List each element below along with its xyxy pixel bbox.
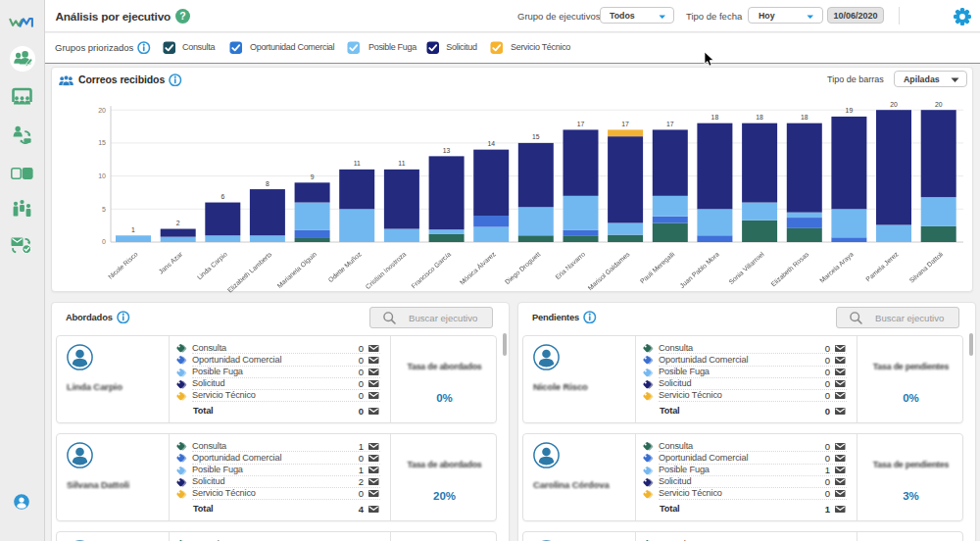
svg-text:17: 17 [666,121,674,127]
svg-text:11: 11 [398,160,405,167]
svg-text:15: 15 [532,133,540,140]
svg-text:17: 17 [621,121,629,127]
svg-text:19: 19 [846,107,854,114]
svg-text:Juan Pablo Mora: Juan Pablo Mora [678,250,720,289]
svg-text:11: 11 [354,160,361,167]
svg-text:9: 9 [311,173,315,180]
svg-text:2: 2 [176,220,180,226]
svg-text:18: 18 [711,114,719,121]
svg-text:13: 13 [443,147,451,154]
svg-text:0: 0 [102,238,106,245]
svg-text:?: ? [179,10,185,22]
svg-text:10: 10 [98,172,106,179]
svg-text:15: 15 [98,139,106,146]
svg-text:8: 8 [266,180,270,187]
svg-text:6: 6 [220,193,224,200]
svg-text:Elizabeth Rosas: Elizabeth Rosas [769,250,810,287]
svg-text:20: 20 [935,101,943,108]
svg-text:20: 20 [890,101,898,108]
svg-text:Marisol Galdames: Marisol Galdames [586,250,631,291]
svg-text:Eria Navarro: Eria Navarro [554,250,586,280]
svg-text:Nicole Risco: Nicole Risco [107,250,139,280]
svg-text:14: 14 [487,140,495,147]
svg-text:Pamela Jerez: Pamela Jerez [864,250,900,282]
svg-text:Odette Muñoz: Odette Muñoz [326,250,363,283]
svg-text:Elizabeth Lamberts: Elizabeth Lamberts [226,250,273,293]
svg-text:Sonia Villarroel: Sonia Villarroel [727,250,765,285]
svg-text:Diego Droguett: Diego Droguett [504,250,542,286]
svg-text:Silvana Dattoli: Silvana Dattoli [907,250,944,284]
svg-text:18: 18 [756,114,763,121]
svg-text:Mónica Álvarez: Mónica Álvarez [458,249,497,285]
svg-text:17: 17 [577,121,585,127]
svg-text:Cristian Inostroza: Cristian Inostroza [365,250,408,290]
svg-text:18: 18 [801,114,808,121]
svg-text:20: 20 [98,107,106,114]
svg-text:Marcela Araya: Marcela Araya [818,250,856,284]
svg-text:Pauli Meregalli: Pauli Meregalli [639,250,677,285]
svg-text:Jans Azar: Jans Azar [157,250,183,275]
svg-text:1: 1 [131,226,135,233]
svg-text:Francisco García: Francisco García [410,250,452,289]
svg-text:Linda Carpio: Linda Carpio [196,250,229,281]
svg-text:Marianela Olguin: Marianela Olguin [275,250,318,289]
svg-text:5: 5 [102,206,106,213]
